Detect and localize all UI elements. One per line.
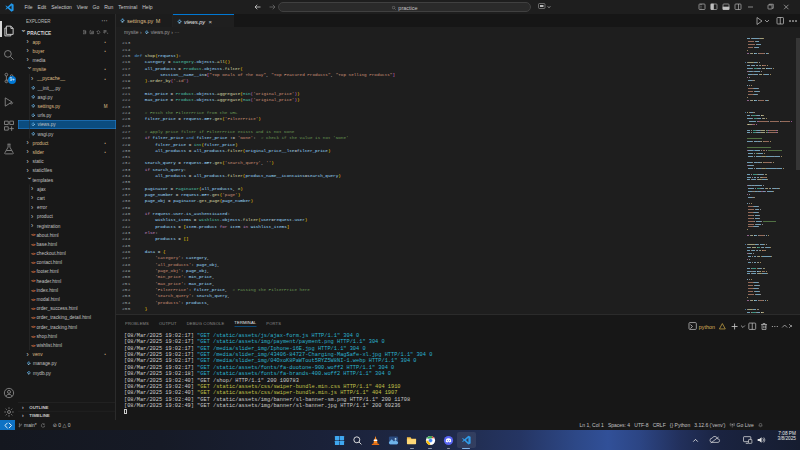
svg-text:python: python (699, 324, 715, 330)
